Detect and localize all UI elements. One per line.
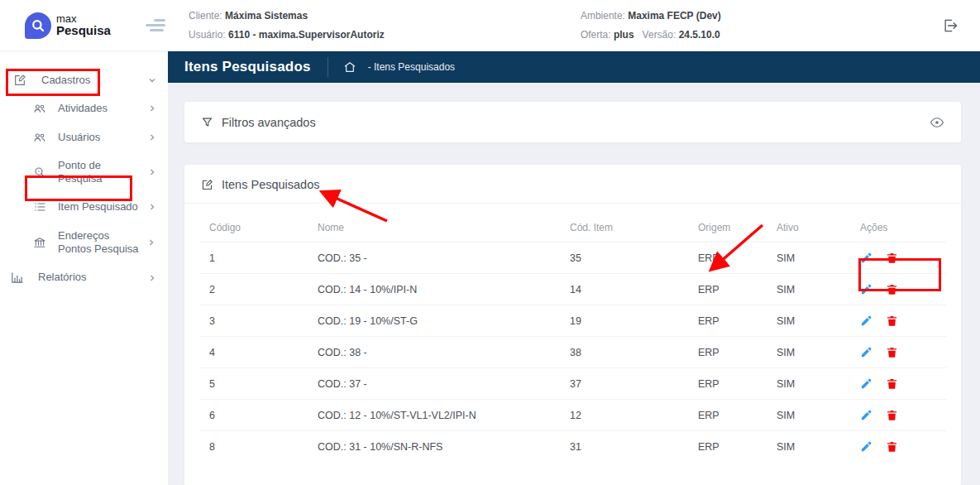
logo-text: max Pesquisa [56, 13, 111, 37]
table-row: 5COD.: 37 -37ERPSIM [199, 367, 946, 399]
sidebar-item-label: Endereços Pontos Pesquisa [58, 229, 144, 257]
cell-cod-item: 31 [570, 441, 698, 453]
delete-trash-icon[interactable] [886, 252, 898, 264]
search-icon [31, 166, 48, 179]
sidebar-toggle-hamburger-icon[interactable] [146, 17, 167, 35]
top-header: max Pesquisa Cliente: Máxima Sistemas Us… [0, 0, 980, 51]
cell-ativo: SIM [777, 410, 855, 421]
version-label: Versão: [643, 29, 676, 41]
cell-cod-item: 19 [570, 315, 698, 327]
cell-origem: ERP [698, 378, 777, 390]
sidebar-item-enderecos-pontos-pesquisa[interactable]: Endereços Pontos Pesquisa [0, 222, 168, 264]
cell-codigo: 6 [199, 410, 318, 421]
delete-trash-icon[interactable] [886, 409, 898, 421]
cell-nome: COD.: 12 - 10%/ST-VL1-VL2/IPI-N [318, 410, 570, 421]
sidebar-item-label: Atividades [58, 102, 145, 115]
cell-codigo: 1 [199, 252, 318, 264]
chevron-down-icon [148, 76, 156, 84]
col-header-codigo: Código [199, 222, 318, 233]
titlebar-divider [327, 57, 328, 77]
edit-pencil-icon[interactable] [860, 283, 872, 295]
delete-trash-icon[interactable] [886, 315, 898, 327]
sidebar-item-cadastros[interactable]: Cadastros [0, 66, 168, 94]
items-table: Código Nome Cód. Item Origem Ativo Ações… [199, 214, 946, 462]
logo-line1: max [56, 13, 111, 25]
breadcrumb: - Itens Pesquisados [343, 60, 455, 74]
sidebar-item-label: Relatórios [38, 271, 145, 284]
offer-label: Oferta: [581, 29, 611, 41]
sidebar-item-usuarios[interactable]: Usuários [0, 123, 168, 151]
cell-cod-item: 12 [570, 410, 698, 421]
cell-cod-item: 14 [570, 284, 698, 295]
chevron-right-icon [148, 133, 156, 142]
table-row: 8COD.: 31 - 10%/SN-R-NFS31ERPSIM [199, 430, 946, 462]
delete-trash-icon[interactable] [886, 377, 898, 390]
app-window: max Pesquisa Cliente: Máxima Sistemas Us… [0, 0, 980, 485]
cell-nome: COD.: 35 - [318, 252, 570, 264]
main-area: Itens Pesquisados - Itens Pesquisados Fi… [168, 51, 980, 485]
col-header-acoes: Ações [855, 222, 946, 233]
people-icon [31, 131, 48, 144]
cell-ativo: SIM [777, 378, 855, 390]
cell-ativo: SIM [777, 315, 855, 327]
delete-trash-icon[interactable] [886, 283, 898, 295]
env-value: Maxima FECP (Dev) [628, 10, 720, 22]
page-title-bar: Itens Pesquisados - Itens Pesquisados [168, 51, 980, 83]
cell-codigo: 2 [199, 284, 318, 295]
delete-trash-icon[interactable] [886, 440, 898, 453]
breadcrumb-text: - Itens Pesquisados [368, 61, 455, 73]
delete-trash-icon[interactable] [886, 346, 898, 358]
filter-funnel-icon [201, 116, 213, 128]
cell-nome: COD.: 31 - 10%/SN-R-NFS [318, 441, 570, 453]
chevron-right-icon [147, 238, 155, 247]
app-logo[interactable]: max Pesquisa [25, 12, 134, 39]
sidebar-item-relatorios[interactable]: Relatórios [0, 263, 168, 292]
sidebar-item-atividades[interactable]: Atividades [0, 94, 168, 122]
eye-icon[interactable] [930, 115, 944, 130]
col-header-nome: Nome [318, 222, 570, 233]
cell-ativo: SIM [777, 284, 855, 295]
cell-nome: COD.: 19 - 10%/ST-G [318, 315, 570, 327]
content-area: Filtros avançados Itens Pesquisados [168, 83, 980, 485]
cell-origem: ERP [698, 315, 777, 327]
sidebar-item-label: Cadastros [41, 74, 145, 87]
client-label: Cliente: [189, 10, 222, 22]
items-panel-header: Itens Pesquisados [184, 165, 961, 204]
cell-cod-item: 37 [570, 378, 698, 390]
items-panel: Itens Pesquisados Código Nome Cód. Item … [184, 164, 962, 485]
chevron-right-icon [148, 104, 156, 113]
bar-chart-icon [8, 271, 25, 285]
client-user-info: Cliente: Máxima Sistemas Usuário: 6110 -… [189, 7, 385, 45]
filters-toggle[interactable]: Filtros avançados [201, 116, 316, 129]
chevron-right-icon [148, 203, 156, 211]
offer-value: plus [614, 29, 634, 41]
edit-pencil-icon[interactable] [860, 346, 872, 358]
chevron-right-icon [148, 274, 156, 282]
edit-pencil-icon[interactable] [860, 409, 872, 421]
table-header-row: Código Nome Cód. Item Origem Ativo Ações [199, 214, 946, 242]
filters-label: Filtros avançados [222, 116, 316, 129]
sidebar-item-label: Item Pesquisado [58, 200, 145, 214]
sidebar-item-item-pesquisado[interactable]: Item Pesquisado [0, 193, 168, 221]
cell-ativo: SIM [777, 441, 855, 453]
table-row: 2COD.: 14 - 10%/IPI-N14ERPSIM [199, 273, 946, 305]
col-header-origem: Origem [698, 222, 777, 233]
sidebar-nav: Cadastros Atividades Usuários [0, 51, 168, 485]
cell-nome: COD.: 37 - [318, 378, 570, 390]
edit-pencil-icon[interactable] [860, 440, 872, 453]
home-icon[interactable] [343, 60, 356, 74]
cell-codigo: 4 [199, 347, 318, 358]
page-title: Itens Pesquisados [184, 59, 311, 75]
cell-cod-item: 35 [570, 252, 698, 264]
edit-pencil-icon[interactable] [860, 315, 872, 327]
sidebar-item-ponto-de-pesquisa[interactable]: Ponto de Pesquisa [0, 151, 168, 194]
user-value: 6110 - maxima.SupervisorAutoriz [228, 29, 385, 41]
cell-codigo: 8 [199, 441, 318, 453]
cell-origem: ERP [698, 284, 777, 295]
cell-nome: COD.: 38 - [318, 347, 570, 358]
env-label: Ambiente: [581, 10, 625, 22]
edit-pencil-icon[interactable] [860, 377, 872, 390]
logout-icon[interactable] [942, 17, 958, 34]
filters-panel: Filtros avançados [184, 101, 962, 143]
edit-pencil-icon[interactable] [860, 252, 872, 264]
